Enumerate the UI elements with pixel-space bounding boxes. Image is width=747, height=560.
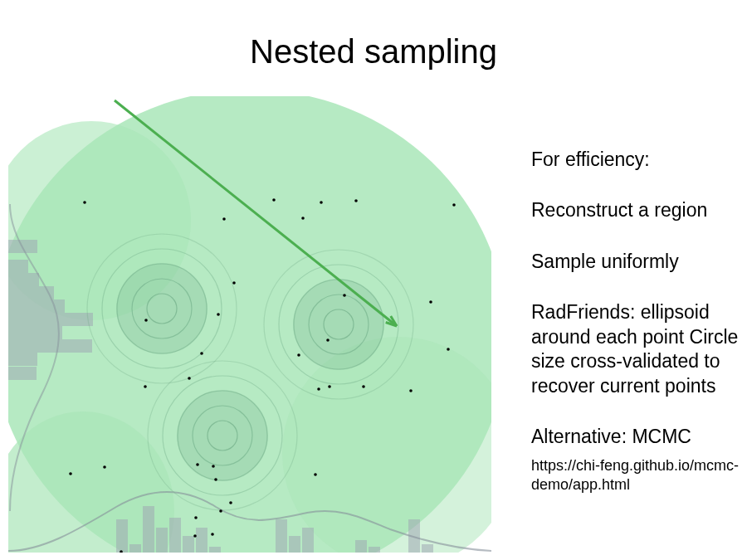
slide-title: Nested sampling bbox=[0, 33, 747, 71]
bottom-marginal-bar bbox=[183, 536, 194, 553]
sample-point bbox=[429, 300, 432, 304]
bottom-marginal-bar bbox=[143, 506, 154, 553]
left-marginal-bar bbox=[8, 286, 54, 299]
bottom-marginal-bar bbox=[129, 544, 141, 553]
text-radfriends: RadFriends: ellipsoid around each point … bbox=[531, 300, 747, 398]
explanatory-text: For efficiency: Reconstruct a region Sam… bbox=[531, 148, 747, 494]
sample-point bbox=[211, 533, 214, 536]
left-marginal-bar bbox=[8, 339, 92, 353]
text-efficiency: For efficiency: bbox=[531, 148, 747, 172]
sample-point bbox=[317, 387, 320, 391]
mode-shade bbox=[116, 263, 208, 354]
bottom-marginal-bar bbox=[302, 528, 314, 553]
text-reconstruct: Reconstruct a region bbox=[531, 198, 747, 222]
left-marginal-bar bbox=[8, 260, 28, 273]
bottom-marginal-bar bbox=[355, 540, 367, 553]
sample-point bbox=[343, 294, 346, 297]
text-sample: Sample uniformly bbox=[531, 250, 747, 274]
sample-point bbox=[232, 281, 236, 285]
sample-point bbox=[83, 201, 86, 204]
left-marginal-bar bbox=[8, 313, 93, 326]
bottom-marginal-bar bbox=[156, 528, 168, 553]
left-marginal-bar bbox=[8, 367, 37, 380]
sample-point bbox=[103, 465, 106, 469]
bottom-marginal-bar bbox=[289, 536, 300, 553]
sample-point bbox=[194, 516, 198, 519]
text-alternative: Alternative: MCMC bbox=[531, 425, 747, 449]
sample-point bbox=[272, 198, 276, 202]
mode-shade bbox=[177, 390, 268, 481]
sample-point bbox=[219, 509, 222, 513]
sample-point bbox=[314, 473, 317, 476]
demo-link: https://chi-feng.github.io/mcmc-demo/app… bbox=[531, 456, 747, 495]
sample-point bbox=[409, 389, 413, 392]
sample-point bbox=[196, 463, 199, 466]
bottom-marginal-bar bbox=[196, 528, 208, 553]
sample-point bbox=[447, 348, 450, 351]
sample-point bbox=[452, 203, 456, 207]
sample-point bbox=[326, 338, 330, 342]
sample-point bbox=[297, 353, 300, 357]
bottom-marginal-bar bbox=[116, 519, 128, 553]
sample-point bbox=[188, 377, 191, 380]
sample-point bbox=[193, 534, 197, 538]
bottom-marginal-bar bbox=[169, 518, 181, 553]
sample-point bbox=[212, 465, 215, 468]
left-marginal-bar bbox=[8, 273, 39, 286]
left-marginal-bar bbox=[8, 326, 62, 339]
sample-point bbox=[328, 385, 331, 388]
left-marginal-bar bbox=[8, 353, 37, 366]
sample-point bbox=[320, 201, 323, 204]
sample-point bbox=[222, 217, 226, 221]
sample-point bbox=[217, 313, 220, 316]
bottom-marginal-bar bbox=[209, 547, 221, 553]
sample-point bbox=[229, 501, 232, 504]
sample-point bbox=[362, 385, 365, 388]
nested-sampling-figure bbox=[8, 96, 491, 553]
sample-point bbox=[354, 199, 358, 202]
bottom-marginal-bar bbox=[369, 547, 380, 553]
mode-shade bbox=[293, 279, 384, 370]
bottom-marginal-bar bbox=[422, 544, 433, 553]
bottom-marginal-bar bbox=[276, 519, 287, 553]
sample-point bbox=[69, 472, 72, 475]
sample-point bbox=[301, 217, 305, 220]
sample-point bbox=[200, 352, 203, 355]
sample-point bbox=[144, 385, 147, 388]
sample-point bbox=[144, 319, 148, 322]
sample-point bbox=[214, 478, 217, 481]
